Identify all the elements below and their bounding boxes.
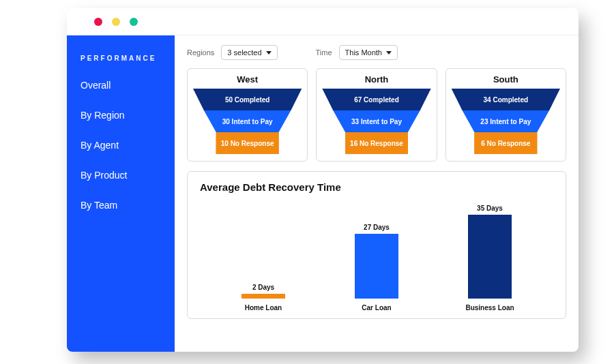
bar-wrap: 27 DaysCar Loan xyxy=(339,224,414,312)
funnel-card-title: North xyxy=(322,74,430,85)
time-filter-label: Time xyxy=(316,48,332,57)
funnel-seg-noresp: 6 No Response xyxy=(474,132,537,154)
main-content: Regions 3 selected Time This Month West … xyxy=(175,35,579,352)
funnel-seg-completed: 67 Completed xyxy=(322,89,430,110)
bar-category-label: Car Loan xyxy=(362,304,391,312)
time-select[interactable]: This Month xyxy=(339,45,398,60)
funnel-card-north: North 67 Completed 33 Intent to Pay 16 N… xyxy=(316,68,437,162)
filter-bar: Regions 3 selected Time This Month xyxy=(187,45,566,60)
funnel-seg-intent: 30 Intent to Pay xyxy=(204,110,291,132)
chevron-down-icon xyxy=(266,51,272,55)
chevron-down-icon xyxy=(386,51,392,55)
regions-select-value: 3 selected xyxy=(227,48,261,57)
bar-value-label: 27 Days xyxy=(364,224,390,231)
sidebar-item-by-region[interactable]: By Region xyxy=(81,110,161,121)
bar-chart-title: Average Debt Recovery Time xyxy=(200,181,553,193)
sidebar-item-by-team[interactable]: By Team xyxy=(81,200,161,211)
funnel-seg-intent: 33 Intent to Pay xyxy=(333,110,420,132)
sidebar-section-title: PERFORMANCE xyxy=(81,55,161,62)
funnel-chart: 34 Completed 23 Intent to Pay 6 No Respo… xyxy=(452,89,560,154)
funnel-card-west: West 50 Completed 30 Intent to Pay 10 No… xyxy=(187,68,308,162)
window-minimize-dot[interactable] xyxy=(112,18,120,26)
funnel-seg-noresp: 16 No Response xyxy=(345,132,408,154)
funnel-chart: 50 Completed 30 Intent to Pay 10 No Resp… xyxy=(193,89,302,154)
sidebar-item-by-product[interactable]: By Product xyxy=(81,170,161,181)
regions-filter-label: Regions xyxy=(187,48,214,57)
sidebar-item-by-agent[interactable]: By Agent xyxy=(81,140,161,151)
funnel-seg-noresp: 10 No Response xyxy=(216,132,278,154)
window-close-dot[interactable] xyxy=(94,18,102,26)
bar-chart-card: Average Debt Recovery Time 2 DaysHome Lo… xyxy=(187,171,566,319)
app-window: PERFORMANCE Overall By Region By Agent B… xyxy=(67,8,579,352)
funnel-seg-completed: 50 Completed xyxy=(193,89,302,110)
sidebar: PERFORMANCE Overall By Region By Agent B… xyxy=(67,35,175,352)
bar-category-label: Home Loan xyxy=(245,304,282,312)
funnel-chart: 67 Completed 33 Intent to Pay 16 No Resp… xyxy=(322,89,430,154)
funnel-card-title: West xyxy=(193,74,302,85)
time-select-value: This Month xyxy=(345,48,382,57)
titlebar xyxy=(67,8,579,35)
funnel-card-south: South 34 Completed 23 Intent to Pay 6 No… xyxy=(445,68,566,162)
bar-category-label: Business Loan xyxy=(465,304,514,312)
bar xyxy=(242,294,285,299)
bar xyxy=(355,234,398,299)
window-maximize-dot[interactable] xyxy=(130,18,138,26)
bar-wrap: 35 DaysBusiness Loan xyxy=(452,204,527,312)
bar-value-label: 35 Days xyxy=(477,204,503,212)
bar-wrap: 2 DaysHome Loan xyxy=(226,284,301,312)
bar-value-label: 2 Days xyxy=(252,284,274,291)
funnel-card-title: South xyxy=(452,74,560,85)
funnel-seg-intent: 23 Intent to Pay xyxy=(463,110,549,132)
bar-chart-area: 2 DaysHome Loan27 DaysCar Loan35 DaysBus… xyxy=(200,196,553,312)
funnel-cards-row: West 50 Completed 30 Intent to Pay 10 No… xyxy=(187,68,566,162)
sidebar-item-overall[interactable]: Overall xyxy=(81,80,161,91)
funnel-seg-completed: 34 Completed xyxy=(452,89,560,110)
regions-select[interactable]: 3 selected xyxy=(221,45,277,60)
bar xyxy=(468,215,512,299)
